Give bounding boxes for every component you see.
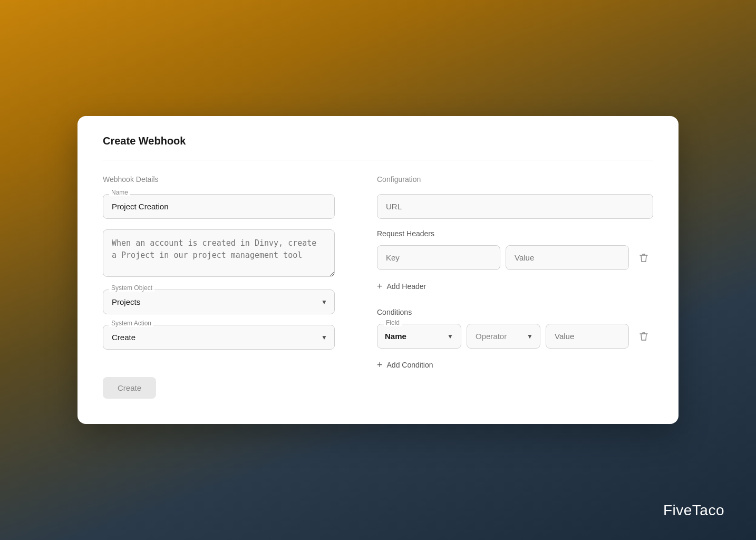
- request-headers-label: Request Headers: [377, 229, 653, 238]
- add-header-button[interactable]: + Add Header: [377, 277, 426, 295]
- right-column: Configuration Request Headers + Add Head…: [377, 175, 653, 399]
- conditions-label: Conditions: [377, 308, 653, 316]
- system-action-label: System Action: [109, 320, 153, 327]
- name-input[interactable]: Project Creation: [103, 194, 335, 219]
- header-key-input[interactable]: [377, 245, 500, 270]
- brand-part1: Five: [663, 502, 692, 518]
- condition-field-select-wrapper: Field Name Status Owner ▼: [377, 324, 461, 349]
- description-textarea[interactable]: [103, 229, 335, 277]
- trash-icon: [638, 253, 649, 263]
- operator-select-wrapper: Operator Equals Not Equals Contains ▼: [467, 324, 540, 349]
- brand-part2: Taco: [692, 502, 724, 518]
- add-condition-button[interactable]: + Add Condition: [377, 356, 433, 374]
- condition-row: Field Name Status Owner ▼ Operator Equal…: [377, 324, 653, 349]
- url-input[interactable]: [377, 194, 653, 219]
- create-webhook-modal: Create Webhook Webhook Details Name Proj…: [77, 116, 679, 424]
- delete-header-button[interactable]: [634, 248, 653, 267]
- field-label: Field: [384, 319, 402, 326]
- modal-body: Webhook Details Name Project Creation Sy…: [103, 175, 653, 399]
- system-object-select-wrapper: Projects Accounts Tasks ▼: [103, 290, 335, 314]
- webhook-details-label: Webhook Details: [103, 175, 335, 184]
- add-header-label: Add Header: [387, 282, 427, 291]
- system-object-select[interactable]: Projects Accounts Tasks: [103, 290, 335, 314]
- system-action-select[interactable]: Create Update Delete: [103, 325, 335, 350]
- left-column: Webhook Details Name Project Creation Sy…: [103, 175, 335, 399]
- modal-title: Create Webhook: [103, 135, 653, 160]
- add-condition-label: Add Condition: [387, 361, 433, 369]
- operator-select[interactable]: Operator Equals Not Equals Contains: [467, 324, 540, 349]
- plus-icon: +: [377, 282, 383, 291]
- url-field-group: [377, 194, 653, 219]
- configuration-label: Configuration: [377, 175, 653, 184]
- brand-logo: FiveTaco: [663, 502, 724, 519]
- delete-condition-button[interactable]: [634, 327, 653, 346]
- system-action-select-wrapper: Create Update Delete ▼: [103, 325, 335, 350]
- system-object-field-group: System Object Projects Accounts Tasks ▼: [103, 290, 335, 314]
- header-value-input[interactable]: [506, 245, 629, 270]
- create-button[interactable]: Create: [103, 377, 156, 399]
- trash-icon: [638, 331, 649, 342]
- system-action-field-group: System Action Create Update Delete ▼: [103, 325, 335, 350]
- condition-field-select[interactable]: Name Status Owner: [377, 324, 461, 348]
- description-field-group: [103, 229, 335, 279]
- plus-icon: +: [377, 360, 383, 370]
- condition-value-input[interactable]: [546, 324, 629, 349]
- header-row: [377, 245, 653, 270]
- system-object-label: System Object: [109, 284, 154, 292]
- operator-inner-wrapper: Operator Equals Not Equals Contains ▼: [467, 324, 540, 349]
- name-field-group: Name Project Creation: [103, 194, 335, 219]
- name-label: Name: [109, 189, 130, 196]
